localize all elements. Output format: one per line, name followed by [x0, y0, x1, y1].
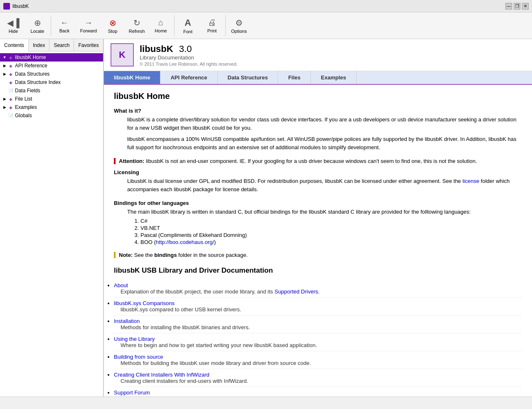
statusbar — [0, 397, 532, 406]
building-link[interactable]: Building from source — [114, 354, 522, 360]
minimize-button[interactable]: — — [505, 3, 512, 10]
tab-index[interactable]: Index — [29, 39, 49, 51]
note-bold: bindings — [154, 252, 177, 258]
yellow-bar — [114, 252, 116, 258]
tree-label-file-list: File List — [15, 96, 32, 102]
copyright: © 2011 Travis Lee Robinson. All rights r… — [140, 62, 238, 67]
tab-search[interactable]: Search — [49, 39, 74, 51]
note-box: Note: See the bindings folder in the sou… — [114, 252, 522, 258]
binding-item-3: BOO (http://boo.codehaus.org/) — [140, 239, 522, 245]
tree-label-data-structures: Data Structures — [15, 71, 49, 77]
supported-drivers-link[interactable]: Supported Drivers. — [274, 288, 319, 295]
section-what-is-it: What is it? libusbK is a complete driver… — [114, 108, 522, 151]
options-label: Options — [231, 29, 247, 34]
attention-box: Attention: libusbK is not an end-user co… — [114, 158, 522, 164]
list-item-building: Building from source Methods for buildin… — [114, 351, 522, 369]
tree-item-file-list[interactable]: ▶ ◆ File List — [0, 95, 103, 103]
nav-tab-api[interactable]: API Reference — [160, 71, 217, 84]
tree-label-ds-index: Data Structure Index — [15, 79, 61, 85]
home-button[interactable]: ⌂ Home — [149, 14, 172, 38]
installation-desc: Methods for installing the libusbK binar… — [121, 324, 522, 330]
nav-tab-examples[interactable]: Examples — [311, 71, 357, 84]
attention-body: libusbK is not an end-user component. IE… — [146, 158, 477, 164]
print-button[interactable]: 🖨 Print — [200, 14, 224, 38]
refresh-button[interactable]: ↻ Refresh — [125, 14, 148, 38]
nav-tab-files[interactable]: Files — [278, 71, 311, 84]
locate-icon: ⊕ — [34, 18, 41, 28]
expand-icon-df — [2, 88, 7, 94]
tab-favorites[interactable]: Favorites — [74, 39, 103, 51]
refresh-icon: ↻ — [133, 18, 140, 28]
tree-label-libusbk-home: libusbK Home — [15, 54, 46, 60]
note-content: Note: See the bindings folder in the sou… — [119, 252, 522, 258]
nav-tab-home[interactable]: libusbK Home — [104, 71, 160, 84]
tree-item-api-reference[interactable]: ▶ ◆ API Reference — [0, 62, 103, 70]
what-is-it-heading: What is it? — [114, 108, 522, 114]
gem-icon-dsi: ◆ — [7, 79, 14, 86]
home-icon: ⌂ — [158, 18, 163, 27]
logo-icon: K — [119, 49, 126, 60]
locate-button[interactable]: ⊕ Locate — [26, 14, 49, 38]
back-label: Back — [59, 28, 69, 33]
back-button[interactable]: ← Back — [53, 14, 76, 38]
support-forum-desc: All libusbK related questions and issues… — [121, 396, 522, 397]
licensing-heading: Licensing — [114, 169, 522, 175]
version-label: 3.0 — [179, 44, 192, 54]
about-link[interactable]: About — [114, 282, 522, 288]
tree-item-libusbk-home[interactable]: ▼ ◆ libusbK Home — [0, 53, 103, 62]
tab-contents[interactable]: Contents — [0, 39, 29, 52]
tree-item-examples[interactable]: ▶ ◆ Examples — [0, 103, 103, 111]
sys-link[interactable]: libusbK.sys Comparisons — [114, 300, 522, 306]
gem-icon-fl: ◆ — [7, 96, 14, 102]
list-item-about: About Explanation of the libusbK project… — [114, 280, 522, 298]
content-header: K libusbK 3.0 Library Documentation © 20… — [104, 39, 532, 71]
tree-item-globals[interactable]: 📄 Globals — [0, 111, 103, 120]
building-desc: Methods for building the libusbK user mo… — [121, 360, 522, 366]
red-bar — [114, 158, 116, 164]
stop-button[interactable]: ⊗ Stop — [101, 14, 124, 38]
binding-item-2: Pascal (Compliments of Ekkehard Domning) — [140, 232, 522, 238]
tree-area: ▼ ◆ libusbK Home ▶ ◆ API Reference ▶ ◆ D… — [0, 52, 103, 397]
print-label: Print — [207, 28, 217, 33]
header-text: libusbK 3.0 Library Documentation © 2011… — [140, 44, 238, 67]
expand-icon: ▼ — [2, 54, 7, 60]
close-button[interactable]: ✕ — [522, 3, 529, 10]
expand-icon-ds: ▶ — [2, 71, 7, 77]
what-is-it-para2: libusbK encompasses a 100% WinUSB compat… — [127, 135, 522, 151]
font-button[interactable]: A Font — [176, 14, 200, 38]
sep1 — [51, 15, 51, 36]
creating-client-desc: Creating client installers for end-users… — [121, 378, 522, 384]
usb-section-list: About Explanation of the libusbK project… — [114, 280, 522, 397]
boo-link[interactable]: http://boo.codehaus.org/ — [156, 239, 214, 245]
binding-item-0: C# — [140, 218, 522, 224]
locate-label: Locate — [30, 29, 44, 34]
section-licensing: Licensing LibusbK is dual license under … — [114, 169, 522, 193]
maximize-button[interactable]: ❐ — [514, 3, 520, 10]
support-forum-link[interactable]: Support Forum — [114, 389, 522, 396]
font-label: Font — [183, 29, 192, 34]
nav-tab-ds[interactable]: Data Structures — [218, 71, 278, 84]
installation-link[interactable]: Installation — [114, 318, 522, 324]
forward-button[interactable]: → Forward — [77, 14, 100, 38]
tree-item-ds-index[interactable]: ◆ Data Structure Index — [0, 78, 103, 86]
section-bindings: Bindings for other languages The main li… — [114, 200, 522, 245]
tree-item-data-fields[interactable]: 📄 Data Fields — [0, 86, 103, 95]
usb-section-heading: libusbK USB Library and Driver Documenta… — [114, 266, 522, 275]
hide-button[interactable]: ◀▐ Hide — [2, 14, 25, 38]
options-button[interactable]: ⚙ Options — [227, 14, 251, 38]
tree-item-data-structures[interactable]: ▶ ◆ Data Structures — [0, 70, 103, 78]
using-library-link[interactable]: Using the Library — [114, 336, 522, 342]
titlebar-controls[interactable]: — ❐ ✕ — [505, 3, 529, 10]
expand-icon-api: ▶ — [2, 63, 7, 69]
left-panel: Contents Index Search Favorites ▼ ◆ libu… — [0, 39, 104, 397]
list-item-creating-client: Creating Client Installers With InfWizar… — [114, 369, 522, 387]
app-title: libusbK 3.0 — [140, 44, 238, 54]
about-desc: Explanation of the libusbK project, the … — [121, 288, 320, 295]
expand-icon-dsi — [2, 79, 7, 85]
list-item-support-forum: Support Forum All libusbK related questi… — [114, 387, 522, 397]
sep3 — [225, 15, 226, 36]
what-is-it-para1: libusbK is a complete driver/library sol… — [127, 116, 522, 132]
license-link[interactable]: license — [463, 178, 479, 184]
expand-icon-ex: ▶ — [2, 104, 7, 110]
creating-client-link[interactable]: Creating Client Installers With InfWizar… — [114, 372, 522, 378]
